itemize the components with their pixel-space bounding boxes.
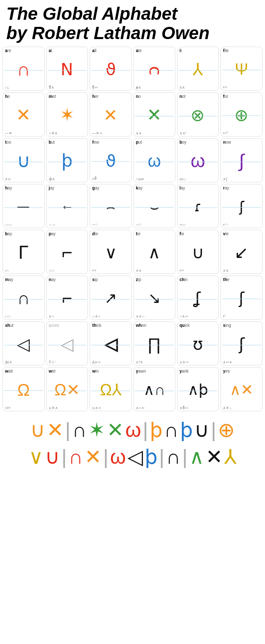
demo1-s1: ∪ [30,418,45,442]
card-too: too ∪ ∧∪ [3,138,45,182]
demo2-s12: | [182,445,187,468]
header: The Global Alphabet by Robert Latham Owe… [0,0,265,45]
card-hay: hay — —∩ [3,184,45,228]
card-when: when ∏ ∪ˢ∧ [133,321,175,365]
card-not: not ⊗ ∨∧ᶦ [177,92,219,137]
demo1-s3: | [65,418,70,442]
card-wet: wet Ω✕ ∪✕∧ [46,367,88,411]
card-put: put ω ∩ω∧ [133,138,175,182]
card-fie: fie ∪ ᵾ∨ [177,230,219,274]
demo2-s10: | [159,445,164,468]
demo2-s13: ∧ [189,445,204,468]
card-the: the ʃ ᵾˢ [220,276,262,320]
card-bay: bay Γ ᵣ∩ [3,230,45,274]
card-vie: vie ↙ ∧∨ [220,230,262,274]
demo2-s4: ∩ [69,445,83,468]
card-wait: wait Ω ∪ᵳ∧ [3,367,45,411]
card-for: for ⊕ ᵾ∧ˢ [220,92,262,137]
card-quick: quick ʊ ∪∧∾ [177,321,219,365]
card-now: now ∫ ∧∫ [220,138,262,182]
demo1-s8: | [143,418,148,442]
card-gay: gay ⌢ ⌢∩ [90,184,132,228]
demo2-s7: ω [110,445,126,468]
card-it: it ⅄ ⅄∧ [177,47,219,91]
title-line1: The Global Alphabet [6,4,259,24]
card-he: he ✕ —✕ [3,92,45,137]
demo1-s7: ω [125,418,141,442]
demo2-s3: | [61,445,66,468]
card-few: few ϑ ᵾϑ [90,138,132,182]
card-thick: thick ◁ ∆∧∾ [90,321,132,365]
demo2-s14: ✕ [206,445,223,468]
card-file: file Ψ ᵾ∨ [220,47,262,91]
card-no: no ✕ ∨∧ [133,92,175,137]
card-chin: chin ʆ ∩∧∾ [177,276,219,320]
card-lay: lay ɾ ∾∩ [177,184,219,228]
card-at: at ꓠ ϐ∧ [46,47,88,91]
card-sip: sip ↗ ∩∧∩ [90,276,132,320]
card-sing: sing ʃ ∧∾∨ [220,321,262,365]
demo1-s14: ⊕ [218,418,235,442]
alphabet-grid: are ∩ ∩ᵤ at ꓠ ϐ∧ all ϑ ϐ∾ ate ᴒ ᵽ∧ it [0,45,265,413]
card-tie: tie ∧ ∧∨ [133,230,175,274]
demo1-s13: | [211,418,216,442]
card-shut: shut ◁ ∆ε∧ [3,321,45,365]
demo2-s5: ✕ [85,445,101,468]
card-but: but ϸ ᵣϸ∧ [46,138,88,182]
card-kay: kay ⌣ ⌣∩ [133,184,175,228]
demo1-s12: ∪ [194,418,209,442]
card-yawn: yawn ∧∩ ∧∩∾ [133,367,175,411]
card-pay: pay ⌐ ∩∩ [46,230,88,274]
demo1-s10: ∩ [164,418,179,442]
demo1-s9: ϸ [150,418,162,442]
demo2-s8: ◁ [127,445,143,468]
demo2-s2: ∪ [45,445,60,468]
card-zip: zip ↘ ∨∧∩ [133,276,175,320]
demo1-s6: ✕ [107,418,124,442]
card-may: may ∩ ∩∩ [3,276,45,320]
card-her: her ✕ —✕∾ [90,92,132,137]
card-ate: ate ᴒ ᵽ∧ [133,47,175,91]
demo2-s9: ϸ [145,445,157,468]
title-line2: by Robert Latham Owen [6,24,259,43]
card-met: met ✶ ∩✕∧ [46,92,88,137]
demo2-s6: | [103,445,108,468]
demo1-s11: ϸ [180,418,193,442]
demo2-s15: ⅄ [224,445,236,468]
card-jay: jay ← ←∩ [46,184,88,228]
demo1-s5: ✶ [88,418,105,442]
card-boy: boy ω ᵣω∟ [177,138,219,182]
card-die: die ∨ ᵾ∨ [90,230,132,274]
demo1-s2: ✕ [47,418,64,442]
card-yes: yes ∧✕ ∧✕∟ [220,367,262,411]
card-yank: yank ∧ϸ ∧ϐ∾ [177,367,219,411]
demo1-s4: ∩ [72,418,87,442]
demo-row-1: ∪ ✕ | ∩ ✶ ✕ ω | ϸ ∩ ϸ ∪ | ⊕ [4,416,261,443]
card-win: win Ω⅄ ∪∧∾ [90,367,132,411]
demo2-s11: ∩ [166,445,181,468]
card-are: are ∩ ∩ᵤ [3,47,45,91]
card-ray: ray ʃ ᵾ∩ [220,184,262,228]
demo-row-2: ∨ ∪ | ∩ ✕ | ω ◁ ϸ | ∩ | ∧ ✕ ⅄ [4,443,261,470]
card-azure: azure ◁ ϐ∧ˢ [46,321,88,365]
demo-section: ∪ ✕ | ∩ ✶ ✕ ω | ϸ ∩ ϸ ∪ | ⊕ ∨ ∪ | ∩ ✕ | … [0,413,265,472]
card-all: all ϑ ϐ∾ [90,47,132,91]
card-nay: nay ⌐ ∨∩ [46,276,88,320]
demo2-s1: ∨ [29,445,43,468]
